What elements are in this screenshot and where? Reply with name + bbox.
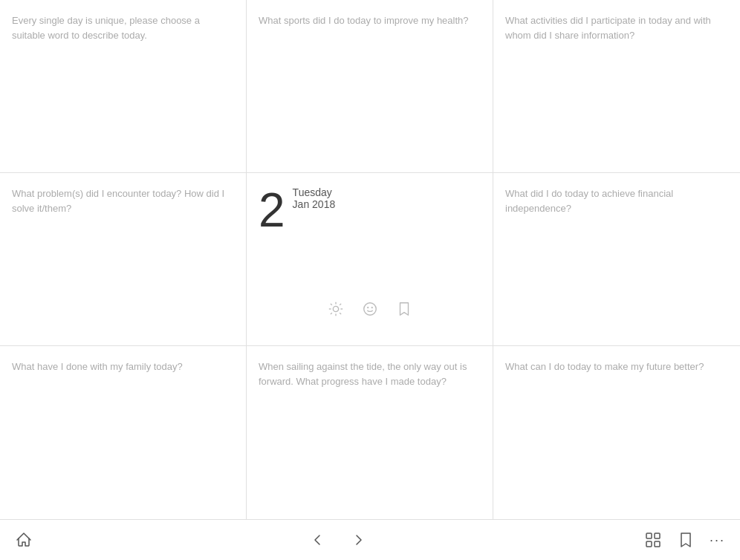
cell-8-text: When sailing against the tide, the only …	[259, 359, 481, 388]
bottom-toolbar: ···	[0, 520, 740, 560]
cell-9[interactable]: What can I do today to make my future be…	[493, 346, 740, 519]
cell-7-text: What have I done with my family today?	[12, 359, 234, 374]
cell-9-text: What can I do today to make my future be…	[505, 359, 728, 374]
svg-rect-15	[655, 541, 660, 547]
date-number: 2	[259, 186, 285, 234]
svg-line-5	[330, 304, 331, 305]
cell-6-text: What did I do today to achieve financial…	[505, 186, 728, 215]
journal-grid: Every single day is unique, please choos…	[0, 0, 740, 520]
cell-2-text: What sports did I do today to improve my…	[259, 13, 481, 28]
cell-6[interactable]: What did I do today to achieve financial…	[493, 173, 740, 346]
sun-icon[interactable]	[328, 301, 344, 317]
cell-1[interactable]: Every single day is unique, please choos…	[0, 0, 247, 173]
svg-point-0	[333, 306, 338, 311]
cell-4-text: What problem(s) did I encounter today? H…	[12, 186, 234, 215]
cell-8[interactable]: When sailing against the tide, the only …	[247, 346, 493, 519]
cell-4[interactable]: What problem(s) did I encounter today? H…	[0, 173, 247, 346]
smile-icon[interactable]	[362, 301, 378, 317]
toolbar-right: ···	[644, 531, 725, 549]
date-day: Tuesday	[293, 186, 336, 198]
svg-line-8	[340, 304, 341, 305]
next-icon[interactable]	[350, 531, 368, 549]
cell-3-text: What activities did I participate in tod…	[505, 13, 728, 42]
toolbar-left	[15, 531, 33, 549]
more-icon[interactable]: ···	[710, 533, 725, 548]
calendar-grid-icon[interactable]	[644, 531, 662, 549]
date-month: Jan 2018	[293, 198, 336, 210]
home-icon[interactable]	[15, 531, 33, 549]
svg-rect-12	[646, 533, 652, 538]
svg-point-11	[371, 307, 372, 308]
cell-date: 2 Tuesday Jan 2018	[247, 173, 493, 346]
svg-line-6	[340, 313, 341, 314]
svg-line-7	[330, 313, 331, 314]
bookmark-icon[interactable]	[396, 301, 412, 317]
prev-icon[interactable]	[308, 531, 326, 549]
cell-7[interactable]: What have I done with my family today?	[0, 346, 247, 519]
svg-rect-13	[655, 533, 660, 538]
svg-point-9	[363, 303, 376, 316]
cell-3[interactable]: What activities did I participate in tod…	[493, 0, 740, 173]
cell-2[interactable]: What sports did I do today to improve my…	[247, 0, 493, 173]
svg-rect-14	[646, 541, 652, 547]
svg-point-10	[367, 307, 368, 308]
date-header: 2 Tuesday Jan 2018	[259, 186, 335, 234]
date-info: Tuesday Jan 2018	[293, 186, 336, 213]
date-icons	[259, 301, 481, 332]
cell-1-text: Every single day is unique, please choos…	[12, 13, 234, 42]
bookmark-toolbar-icon[interactable]	[677, 531, 695, 549]
toolbar-center	[308, 531, 368, 549]
